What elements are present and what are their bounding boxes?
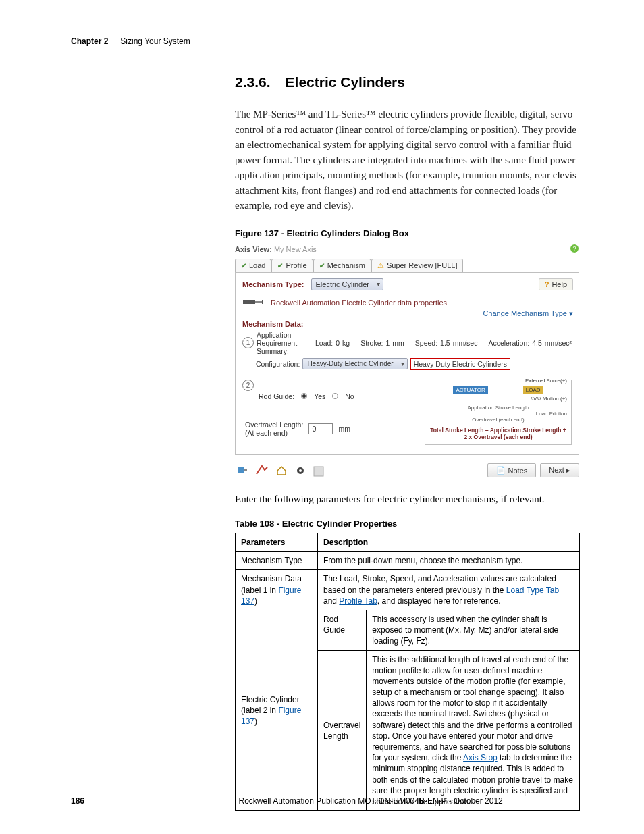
config-dropdown[interactable]: Heavy-Duty Electric Cylinder — [302, 358, 407, 369]
diagram-motion: Motion (+) — [543, 396, 567, 402]
help-question-icon: ? — [545, 280, 549, 288]
mechanism-type-label: Mechanism Type: — [242, 280, 304, 288]
rod-guide-label: Rod Guide: — [259, 392, 294, 400]
mechanism-data-header: Mechanism Data: — [242, 320, 572, 328]
mechanism-panel: Mechanism Type: Electric Cylinder ? Help… — [235, 272, 579, 455]
overtravel-unit: mm — [338, 425, 350, 433]
cell-ec-pre: (label 2 in — [241, 706, 278, 715]
diagram-actuator-tag: ACTUATOR — [453, 386, 487, 394]
svg-rect-4 — [262, 300, 263, 304]
rod-guide-yes-label: Yes — [314, 392, 325, 400]
config-row: Configuration: Heavy-Duty Electric Cylin… — [242, 358, 572, 370]
r2-mid: and — [323, 596, 339, 606]
diagram-app-stroke: Application Stroke Length — [429, 405, 567, 411]
callout-2: 2 — [242, 380, 254, 391]
intro-paragraph: The MP-Series™ and TL-Series™ electric c… — [235, 107, 580, 213]
wizard-tabs: ✔Load ✔Profile ✔Mechanism ⚠Super Review … — [235, 259, 579, 272]
placeholder-icon[interactable] — [313, 466, 324, 478]
diagram-load-friction: Load Friction — [429, 411, 567, 417]
axis-view-value: My New Axis — [274, 245, 317, 253]
svg-rect-5 — [238, 467, 244, 473]
properties-table: Parameters Description Mechanism Type Fr… — [235, 533, 580, 811]
col-header-description: Description — [318, 533, 580, 552]
check-icon: ✔ — [319, 262, 325, 269]
tab-review-label: Super Review [FULL] — [387, 261, 458, 269]
r2-desc-post: , and displayed here for reference. — [377, 596, 501, 606]
ars-row: 1 Application Requirement Summary: Load:… — [242, 331, 572, 355]
cell-rod-guide: Rod Guide — [318, 610, 367, 650]
cell-mechanism-data-title: Mechanism Data — [241, 574, 302, 583]
warning-icon: ⚠ — [377, 261, 384, 270]
cylinder-icon — [242, 297, 264, 308]
speed-unit: mm/sec — [453, 339, 478, 347]
chapter-title: Sizing Your System — [120, 36, 190, 46]
actuator-diagram: ACTUATOR LOAD External Force(+) /////// … — [425, 380, 572, 445]
next-button[interactable]: Next ▸ — [540, 463, 579, 477]
publication-info: Rockwell Automation Publication MOTION-U… — [239, 796, 503, 806]
tab-mechanism-label: Mechanism — [327, 261, 365, 269]
load-value: 0 — [336, 339, 340, 347]
page-number: 186 — [71, 796, 84, 806]
page-footer: 186 Rockwell Automation Publication MOTI… — [71, 796, 580, 806]
cell-electric-cylinder: Electric Cylinder (label 2 in Figure 137… — [236, 610, 318, 810]
tab-mechanism[interactable]: ✔Mechanism — [313, 259, 371, 272]
home-icon[interactable] — [275, 465, 288, 478]
rod-guide-no-radio[interactable] — [332, 393, 338, 399]
load-type-tab-link[interactable]: Load Type Tab — [506, 585, 559, 595]
main-content: 2.3.6. Electric Cylinders The MP-Series™… — [235, 74, 580, 811]
speed-value: 1.5 — [440, 339, 450, 347]
stroke-unit: mm — [392, 339, 404, 347]
ra-description: Rockwell Automation Electric Cylinder da… — [271, 298, 447, 307]
tab-profile[interactable]: ✔Profile — [271, 259, 313, 272]
cell-overtravel-length: Overtravel Length — [318, 650, 367, 811]
help-button[interactable]: ? Help — [539, 278, 573, 290]
cell-overtravel-length-desc: This is the additional length of travel … — [367, 650, 580, 811]
overtravel-label: Overtravel Length: — [245, 421, 303, 429]
diagram-load-tag: LOAD — [523, 386, 543, 394]
overtravel-input[interactable]: 0 — [308, 423, 333, 434]
tab-load-label: Load — [249, 261, 265, 269]
speed-label: Speed: — [415, 339, 437, 347]
table-caption: Table 108 - Electric Cylinder Properties — [235, 519, 580, 529]
rod-guide-yes-radio[interactable] — [301, 393, 307, 399]
section-number: 2.3.6. — [235, 74, 271, 90]
motor-icon[interactable] — [235, 463, 248, 478]
config-button[interactable]: Heavy Duty Electric Cylinders — [410, 358, 510, 370]
overtravel-sublabel: (At each end) — [245, 429, 303, 437]
check-icon: ✔ — [277, 262, 283, 269]
tab-load[interactable]: ✔Load — [235, 259, 271, 272]
cell-mechanism-type-desc: From the pull-down menu, choose the mech… — [318, 552, 580, 570]
cell-ec-title: Electric Cylinder — [241, 695, 300, 704]
profile-tab-link[interactable]: Profile Tab — [339, 596, 377, 606]
diagram-ext-force: External Force(+) — [525, 377, 567, 384]
change-mechanism-type-link[interactable]: Change Mechanism Type ▾ — [483, 309, 573, 318]
overtravel-label-group: Overtravel Length: (At each end) — [245, 421, 303, 437]
axis-stop-link[interactable]: Axis Stop — [463, 753, 498, 762]
notes-icon: 📄 — [496, 466, 506, 475]
load-unit: kg — [342, 339, 350, 347]
cell-rod-guide-desc: This accessory is used when the cylinder… — [367, 610, 580, 650]
cell-mechanism-data-post: ) — [254, 596, 257, 606]
axis-view: Axis View: My New Axis — [235, 245, 317, 253]
section-title: Electric Cylinders — [286, 74, 405, 90]
drive-icon[interactable] — [255, 463, 269, 478]
cell-ec-post: ) — [254, 716, 257, 726]
cell-mechanism-type: Mechanism Type — [236, 552, 318, 570]
notes-button[interactable]: 📄Notes — [487, 463, 537, 477]
stroke-label: Stroke: — [360, 339, 383, 347]
tab-review[interactable]: ⚠Super Review [FULL] — [371, 259, 464, 272]
cell-mechanism-data: Mechanism Data (label 1 in Figure 137) — [236, 570, 318, 610]
ars-label: Application Requirement Summary: — [257, 331, 313, 355]
mechanism-type-dropdown[interactable]: Electric Cylinder — [311, 278, 383, 290]
figure-caption: Figure 137 - Electric Cylinders Dialog B… — [235, 228, 580, 238]
help-button-label: Help — [552, 280, 567, 288]
help-icon[interactable]: ? — [570, 244, 579, 255]
check-icon: ✔ — [241, 262, 246, 269]
svg-rect-3 — [255, 301, 262, 303]
notes-button-label: Notes — [508, 467, 528, 475]
gear-icon[interactable] — [294, 465, 306, 478]
config-label: Configuration: — [256, 360, 300, 368]
svg-point-8 — [299, 469, 302, 472]
tab-profile-label: Profile — [286, 261, 306, 269]
svg-text:?: ? — [572, 245, 576, 252]
